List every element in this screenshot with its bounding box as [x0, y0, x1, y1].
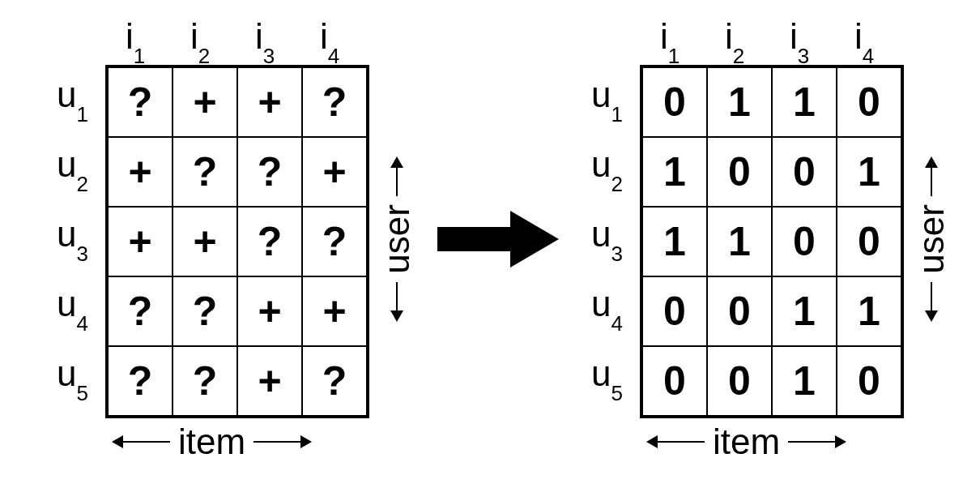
matrix-cell: 1 [837, 137, 901, 207]
matrix-cell: ? [173, 346, 237, 416]
matrix-cell: 0 [642, 67, 707, 137]
matrix-cell: 1 [772, 67, 837, 137]
matrix-cell: 0 [772, 137, 837, 207]
right-matrix-block: i1 i2 i3 i4 u1 u2 u3 u4 u5 0 1 1 0 1 0 0… [567, 16, 956, 470]
matrix-cell: ? [173, 276, 237, 346]
matrix-cell: 0 [707, 276, 772, 346]
row-header: u2 [591, 144, 623, 190]
matrix-cell: 1 [707, 207, 772, 276]
matrix-cell: + [108, 137, 173, 207]
matrix-cell: ? [108, 67, 173, 137]
matrix-cell: 1 [707, 67, 772, 137]
row-header: u3 [591, 214, 623, 260]
matrix-cell: + [302, 137, 367, 207]
row-header: u5 [591, 353, 623, 400]
item-axis-label: item [113, 422, 310, 462]
col-header: i3 [790, 16, 809, 62]
matrix-cell: ? [302, 207, 367, 276]
matrix-cell: ? [302, 67, 367, 137]
user-axis-label: user [377, 158, 417, 320]
matrix-cell: ? [108, 276, 173, 346]
col-header: i1 [126, 16, 145, 62]
matrix-cell: + [108, 207, 173, 276]
matrix-cell: + [237, 346, 302, 416]
col-header: i3 [255, 16, 275, 62]
matrix-cell: ? [108, 346, 173, 416]
matrix-cell: 0 [837, 207, 901, 276]
matrix-cell: ? [302, 346, 367, 416]
matrix-cell: 0 [837, 67, 901, 137]
matrix-cell: 0 [642, 276, 707, 346]
matrix-cell: 1 [772, 346, 837, 416]
matrix-cell: 1 [837, 276, 901, 346]
row-header: u1 [591, 75, 623, 121]
matrix-cell: + [237, 276, 302, 346]
matrix-cell: + [173, 67, 237, 137]
matrix-cell: 0 [772, 207, 837, 276]
matrix-cell: + [237, 67, 302, 137]
transform-arrow-icon [437, 207, 559, 275]
row-header: u4 [57, 284, 88, 330]
left-matrix-grid: ? + + ? + ? ? + + + ? ? ? ? + + ? ? + ? [105, 65, 369, 418]
matrix-cell: 1 [642, 137, 707, 207]
matrix-cell: ? [237, 207, 302, 276]
matrix-cell: ? [173, 137, 237, 207]
svg-marker-0 [437, 211, 559, 268]
matrix-cell: 0 [707, 346, 772, 416]
col-header: i2 [725, 16, 744, 62]
col-header: i1 [660, 16, 680, 62]
row-header: u3 [57, 214, 88, 260]
col-header: i4 [320, 16, 339, 62]
matrix-cell: 0 [642, 346, 707, 416]
row-header: u2 [57, 144, 88, 190]
matrix-cell: ? [237, 137, 302, 207]
row-header: u5 [57, 353, 88, 400]
col-header: i2 [190, 16, 210, 62]
col-header: i4 [854, 16, 874, 62]
matrix-cell: + [302, 276, 367, 346]
matrix-cell: + [173, 207, 237, 276]
matrix-cell: 0 [707, 137, 772, 207]
user-axis-label: user [911, 158, 952, 320]
matrix-cell: 1 [772, 276, 837, 346]
item-axis-label: item [648, 422, 845, 462]
row-header: u4 [591, 284, 623, 330]
diagram-canvas: i1 i2 i3 i4 u1 u2 u3 u4 u5 ? + + ? + ? ?… [0, 0, 980, 488]
matrix-cell: 1 [642, 207, 707, 276]
right-matrix-grid: 0 1 1 0 1 0 0 1 1 1 0 0 0 0 1 1 0 0 1 0 [640, 65, 904, 418]
row-header: u1 [57, 75, 88, 121]
left-matrix-block: i1 i2 i3 i4 u1 u2 u3 u4 u5 ? + + ? + ? ?… [32, 16, 421, 470]
matrix-cell: 0 [837, 346, 901, 416]
